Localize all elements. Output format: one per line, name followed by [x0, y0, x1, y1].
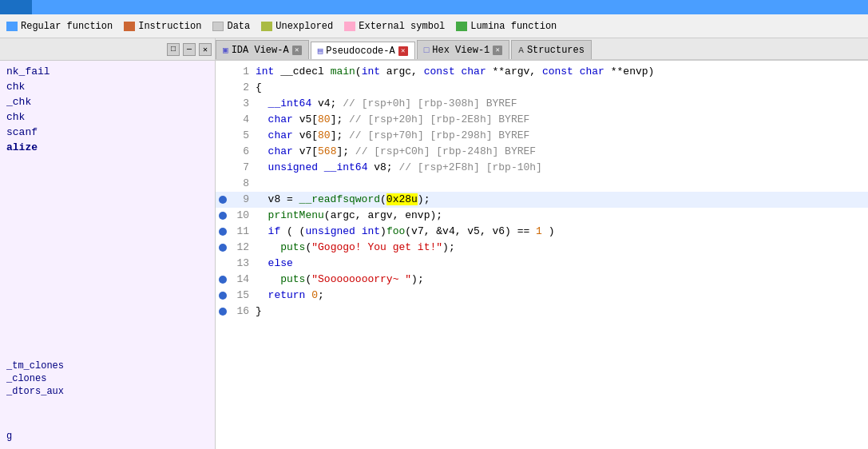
line-10-dot-area [216, 208, 230, 224]
legend-color-data [212, 22, 224, 31]
line-9-num: 9 [230, 192, 256, 208]
line-12-dot [219, 244, 227, 252]
tab-pseudocode-close[interactable]: ✕ [398, 46, 408, 56]
line-10-dot [219, 212, 227, 220]
line-3-content: __int64 v4; // [rsp+0h] [rbp-308h] BYREF [256, 96, 868, 112]
code-line-6: 6 char v7[568]; // [rsp+C0h] [rbp-248h] … [216, 144, 868, 160]
tab-ida-view-close[interactable]: ✕ [292, 46, 302, 55]
sidebar-close-button[interactable]: ✕ [199, 43, 212, 56]
sidebar: □ — ✕ nk_fail chk _chk chk scanf alize _… [0, 38, 216, 449]
line-1-content: int __cdecl main(int argc, const char **… [256, 64, 868, 80]
legend-label-data: Data [227, 21, 250, 32]
line-2-content: { [256, 80, 868, 96]
line-8-content [256, 176, 868, 192]
sidebar-item-dtors-aux[interactable]: _dtors_aux [6, 385, 208, 398]
line-6-dot-area [216, 144, 230, 160]
line-2-num: 2 [230, 80, 256, 96]
legend-external: External symbol [344, 21, 445, 32]
sidebar-item-chk2[interactable]: _chk [0, 94, 215, 109]
sidebar-item-alize[interactable]: alize [0, 140, 215, 155]
code-line-15: 15 return 0; [216, 288, 868, 304]
legend-label-external: External symbol [359, 21, 445, 32]
legend-instruction: Instruction [124, 21, 201, 32]
tab-hex-view[interactable]: □ Hex View-1 ✕ [417, 40, 510, 59]
code-line-14: 14 puts("Soooooooorry~ "); [216, 272, 868, 288]
sidebar-item-chk3[interactable]: chk [0, 109, 215, 125]
line-9-content: v8 = __readfsqword(0x28u); [256, 192, 868, 208]
line-14-content: puts("Soooooooorry~ "); [256, 272, 868, 288]
code-line-10: 10 printMenu(argc, argv, envp); [216, 208, 868, 224]
line-2-dot-area [216, 80, 230, 96]
line-14-dot-area [216, 272, 230, 288]
tab-hex-view-close[interactable]: ✕ [493, 46, 502, 55]
tab-ida-view-label: IDA View-A [232, 45, 289, 56]
tab-ida-view[interactable]: ▣ IDA View-A ✕ [216, 40, 309, 59]
line-10-num: 10 [230, 208, 256, 224]
line-1-num: 1 [230, 64, 256, 80]
legend-color-regular [6, 22, 18, 31]
line-1-dot-area [216, 64, 230, 80]
legend-label-unexplored: Unexplored [275, 21, 333, 32]
legend-color-unexplored [261, 22, 272, 31]
tab-structures[interactable]: A Structures [511, 40, 592, 59]
line-7-content: unsigned __int64 v8; // [rsp+2F8h] [rbp-… [256, 160, 868, 176]
legend-label-lumina: Lumina function [470, 21, 557, 32]
line-14-dot [219, 276, 227, 284]
line-12-dot-area [216, 240, 230, 256]
line-13-content: else [256, 256, 868, 272]
line-4-num: 4 [230, 112, 256, 128]
line-3-dot-area [216, 96, 230, 112]
code-line-16: 16 } [216, 304, 868, 320]
code-line-8: 8 [216, 176, 868, 192]
tab-pseudocode[interactable]: ▤ Pseudocode-A ✕ [311, 42, 415, 61]
tab-hex-view-label: Hex View-1 [432, 45, 489, 56]
legend-data: Data [212, 21, 250, 32]
legend-bar: Regular function Instruction Data Unexpl… [0, 14, 868, 38]
code-view[interactable]: 1 int __cdecl main(int argc, const char … [216, 61, 868, 449]
legend-color-lumina [456, 22, 467, 31]
sidebar-item-g[interactable]: g [6, 430, 208, 443]
tab-hex-view-icon: □ [424, 46, 430, 55]
code-line-13: 13 else [216, 256, 868, 272]
legend-label-regular: Regular function [21, 21, 113, 32]
legend-color-external [344, 22, 355, 31]
line-13-dot-area [216, 256, 230, 272]
code-line-11: 11 if ( (unsigned int)foo(v7, &v4, v5, v… [216, 224, 868, 240]
line-6-content: char v7[568]; // [rsp+C0h] [rbp-248h] BY… [256, 144, 868, 160]
top-bar-accent [0, 0, 32, 14]
sidebar-restore-button[interactable]: □ [167, 43, 180, 56]
sidebar-header: □ — ✕ [0, 38, 215, 61]
line-15-dot [219, 292, 227, 300]
sidebar-item-scanf[interactable]: scanf [0, 125, 215, 140]
code-line-5: 5 char v6[80]; // [rsp+70h] [rbp-298h] B… [216, 128, 868, 144]
code-line-12: 12 puts("Gogogo! You get it!"); [216, 240, 868, 256]
code-line-4: 4 char v5[80]; // [rsp+20h] [rbp-2E8h] B… [216, 112, 868, 128]
main-area: □ — ✕ nk_fail chk _chk chk scanf alize _… [0, 38, 868, 449]
legend-color-instruction [124, 22, 135, 31]
line-14-num: 14 [230, 272, 256, 288]
top-bar [0, 0, 868, 14]
legend-lumina: Lumina function [456, 21, 557, 32]
sidebar-item-chk[interactable]: chk [0, 79, 215, 94]
sidebar-item-tm-clones[interactable]: _tm_clones [6, 360, 208, 372]
line-5-num: 5 [230, 128, 256, 144]
tab-pseudocode-label: Pseudocode-A [326, 46, 394, 57]
line-11-dot-area [216, 224, 230, 240]
legend-label-instruction: Instruction [138, 21, 201, 32]
legend-regular-function: Regular function [6, 21, 113, 32]
sidebar-minimize-button[interactable]: — [183, 43, 196, 56]
line-13-num: 13 [230, 256, 256, 272]
line-16-content: } [256, 304, 868, 320]
tab-bar: ▣ IDA View-A ✕ ▤ Pseudocode-A ✕ □ Hex Vi… [216, 38, 868, 61]
content-area: ▣ IDA View-A ✕ ▤ Pseudocode-A ✕ □ Hex Vi… [216, 38, 868, 449]
line-5-content: char v6[80]; // [rsp+70h] [rbp-298h] BYR… [256, 128, 868, 144]
line-11-dot [219, 228, 227, 236]
line-9-dot [219, 196, 227, 204]
tab-pseudocode-icon: ▤ [318, 46, 323, 56]
sidebar-item-nk-fail[interactable]: nk_fail [0, 64, 215, 79]
line-7-num: 7 [230, 160, 256, 176]
sidebar-item-clones[interactable]: _clones [6, 372, 208, 385]
line-4-dot-area [216, 112, 230, 128]
line-6-num: 6 [230, 144, 256, 160]
line-7-dot-area [216, 160, 230, 176]
